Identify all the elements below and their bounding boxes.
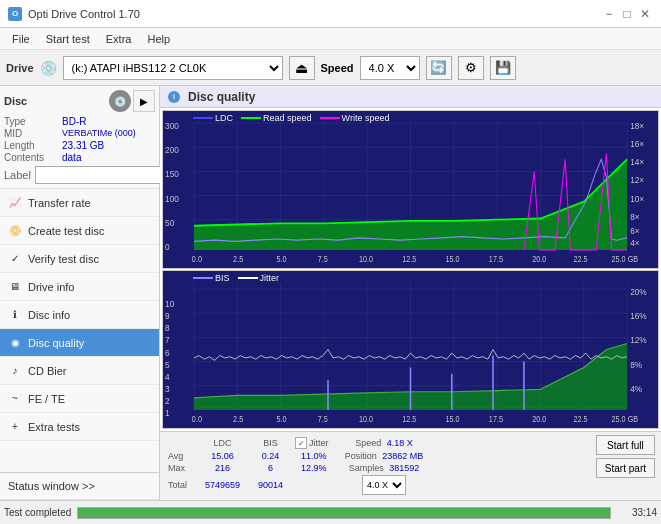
drivebar: Drive 💿 (k:) ATAPI iHBS112 2 CL0K ⏏ Spee… [0, 50, 661, 86]
action-buttons: Start full Start part [596, 435, 655, 478]
contents-val: data [62, 152, 155, 163]
samples-label: Samples [349, 463, 384, 473]
bis-legend-label: BIS [215, 273, 230, 283]
svg-text:25.0 GB: 25.0 GB [612, 414, 638, 424]
svg-text:2.5: 2.5 [233, 254, 244, 264]
nav-label-disc-info: Disc info [28, 309, 70, 321]
svg-text:25.0 GB: 25.0 GB [612, 254, 638, 264]
position-label: Position [345, 451, 377, 461]
ldc-legend: LDC [193, 113, 233, 123]
svg-text:20%: 20% [630, 287, 647, 298]
disc-icons: 💿 ▶ [109, 90, 155, 112]
chart-title: Disc quality [188, 90, 255, 104]
sidebar-item-transfer-rate[interactable]: 📈 Transfer rate [0, 189, 159, 217]
total-bis-val: 90014 [250, 475, 291, 495]
max-ldc-val: 216 [197, 463, 248, 473]
sidebar-item-drive-info[interactable]: 🖥 Drive info [0, 273, 159, 301]
svg-text:7.5: 7.5 [318, 414, 329, 424]
sidebar-item-extra-tests[interactable]: + Extra tests [0, 413, 159, 441]
bis-legend-color [193, 277, 213, 279]
sidebar-item-create-test-disc[interactable]: 📀 Create test disc [0, 217, 159, 245]
svg-text:3: 3 [165, 383, 170, 394]
svg-text:200: 200 [165, 145, 179, 156]
speed-label: Speed [321, 62, 354, 74]
settings-button[interactable]: ⚙ [458, 56, 484, 80]
length-key: Length [4, 140, 58, 151]
svg-text:100: 100 [165, 193, 179, 204]
svg-text:16×: 16× [630, 139, 644, 150]
menu-help[interactable]: Help [139, 31, 178, 47]
svg-text:22.5: 22.5 [573, 254, 588, 264]
disc-action-btn[interactable]: ▶ [133, 90, 155, 112]
jitter-legend-label: Jitter [260, 273, 280, 283]
charts-container: LDC Read speed Write speed [160, 108, 661, 431]
nav-label-cd-bier: CD Bier [28, 365, 67, 377]
max-bis-val: 6 [250, 463, 291, 473]
menu-extra[interactable]: Extra [98, 31, 140, 47]
fe-te-icon: ~ [8, 392, 22, 406]
speed-stat-val: 4.18 X [387, 438, 413, 448]
cd-bier-icon: ♪ [8, 364, 22, 378]
maximize-button[interactable]: □ [619, 6, 635, 22]
drive-select[interactable]: (k:) ATAPI iHBS112 2 CL0K [63, 56, 283, 80]
label-input[interactable] [35, 166, 168, 184]
nav-label-status-window: Status window >> [8, 480, 95, 492]
stats-table: LDC BIS ✓ Jitter Speed 4.18 X [166, 435, 433, 497]
avg-bis-val: 0.24 [250, 451, 291, 461]
svg-text:12×: 12× [630, 175, 644, 186]
svg-text:5.0: 5.0 [276, 414, 287, 424]
disc-type-row: Type BD-R [4, 116, 155, 127]
start-part-button[interactable]: Start part [596, 458, 655, 478]
svg-text:15.0: 15.0 [446, 254, 461, 264]
samples-row: Samples 381592 [337, 463, 432, 473]
svg-text:5: 5 [165, 359, 170, 370]
disc-mid-row: MID VERBATIMe (000) [4, 128, 155, 139]
svg-text:10.0: 10.0 [359, 254, 374, 264]
refresh-button[interactable]: 🔄 [426, 56, 452, 80]
bottom-chart: BIS Jitter [162, 270, 659, 429]
svg-text:300: 300 [165, 121, 179, 132]
eject-button[interactable]: ⏏ [289, 56, 315, 80]
type-val: BD-R [62, 116, 155, 127]
disc-label-row: Label ✎ [4, 166, 155, 184]
svg-text:8%: 8% [630, 359, 642, 370]
drive-info-icon: 🖥 [8, 280, 22, 294]
svg-text:17.5: 17.5 [489, 254, 504, 264]
close-button[interactable]: ✕ [637, 6, 653, 22]
disc-icon: 💿 [109, 90, 131, 112]
svg-text:2: 2 [165, 395, 170, 406]
sidebar-item-status-window[interactable]: Status window >> [0, 472, 159, 500]
svg-text:17.5: 17.5 [489, 414, 504, 424]
menu-file[interactable]: File [4, 31, 38, 47]
svg-text:10: 10 [165, 299, 174, 310]
ldc-legend-color [193, 117, 213, 119]
mid-key: MID [4, 128, 58, 139]
sidebar-item-verify-test-disc[interactable]: ✓ Verify test disc [0, 245, 159, 273]
main-area: Disc 💿 ▶ Type BD-R MID VERBATIMe (000) L… [0, 86, 661, 500]
disc-contents-row: Contents data [4, 152, 155, 163]
svg-text:20.0: 20.0 [532, 414, 547, 424]
svg-text:9: 9 [165, 311, 170, 322]
minimize-button[interactable]: − [601, 6, 617, 22]
col-jitter: ✓ Jitter [293, 437, 335, 449]
stats-speed-select[interactable]: 4.0 X [362, 475, 406, 495]
sidebar-item-disc-info[interactable]: ℹ Disc info [0, 301, 159, 329]
save-button[interactable]: 💾 [490, 56, 516, 80]
nav-label-drive-info: Drive info [28, 281, 74, 293]
total-ldc-val: 5749659 [197, 475, 248, 495]
start-full-button[interactable]: Start full [596, 435, 655, 455]
svg-text:18×: 18× [630, 121, 644, 132]
sidebar-item-disc-quality[interactable]: ◉ Disc quality [0, 329, 159, 357]
sidebar-item-cd-bier[interactable]: ♪ CD Bier [0, 357, 159, 385]
sidebar-item-fe-te[interactable]: ~ FE / TE [0, 385, 159, 413]
svg-text:0.0: 0.0 [192, 414, 203, 424]
menu-starttest[interactable]: Start test [38, 31, 98, 47]
jitter-checkbox[interactable]: ✓ [295, 437, 307, 449]
row-max-label: Max [168, 463, 195, 473]
verify-test-disc-icon: ✓ [8, 252, 22, 266]
speed-select[interactable]: 4.0 X [360, 56, 420, 80]
svg-text:14×: 14× [630, 157, 644, 168]
nav-label-extra-tests: Extra tests [28, 421, 80, 433]
menubar: File Start test Extra Help [0, 28, 661, 50]
svg-text:12.5: 12.5 [402, 414, 417, 424]
